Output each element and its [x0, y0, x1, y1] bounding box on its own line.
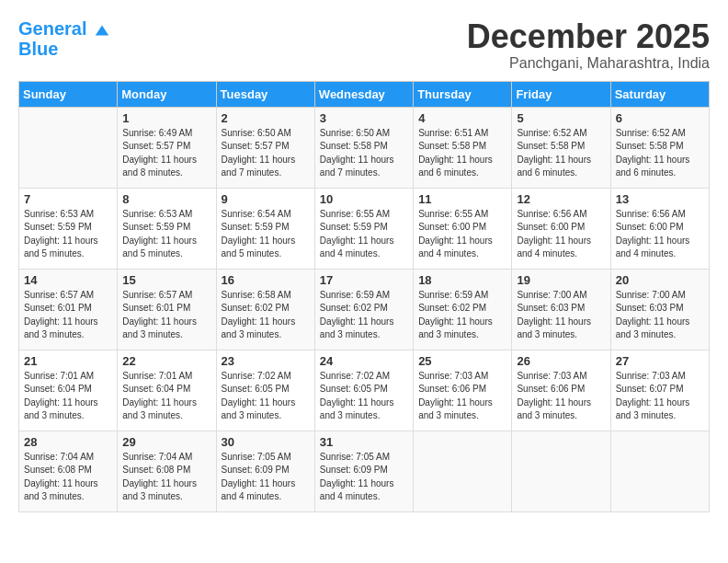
cell-info: Sunrise: 6:52 AMSunset: 5:58 PMDaylight:… — [616, 127, 704, 180]
day-number: 29 — [122, 435, 210, 449]
calendar-cell: 28Sunrise: 7:04 AMSunset: 6:08 PMDayligh… — [19, 431, 118, 511]
day-number: 11 — [418, 192, 506, 206]
header-row: SundayMondayTuesdayWednesdayThursdayFrid… — [19, 81, 710, 107]
calendar-cell: 27Sunrise: 7:03 AMSunset: 6:07 PMDayligh… — [610, 350, 709, 431]
logo-text: General — [18, 18, 110, 39]
day-number: 27 — [616, 354, 704, 368]
day-number: 25 — [418, 354, 506, 368]
calendar-cell — [512, 431, 610, 511]
day-number: 14 — [24, 273, 112, 287]
calendar-cell: 2Sunrise: 6:50 AMSunset: 5:57 PMDaylight… — [216, 107, 314, 188]
day-number: 28 — [24, 435, 112, 449]
calendar-cell: 8Sunrise: 6:53 AMSunset: 5:59 PMDaylight… — [118, 188, 216, 269]
cell-info: Sunrise: 7:02 AMSunset: 6:05 PMDaylight:… — [222, 370, 310, 423]
header-sunday: Sunday — [19, 81, 118, 107]
calendar-cell: 23Sunrise: 7:02 AMSunset: 6:05 PMDayligh… — [216, 350, 314, 431]
cell-info: Sunrise: 7:03 AMSunset: 6:06 PMDaylight:… — [418, 370, 506, 423]
day-number: 24 — [320, 354, 408, 368]
calendar-cell: 14Sunrise: 6:57 AMSunset: 6:01 PMDayligh… — [19, 269, 118, 350]
logo-text-blue: Blue — [18, 39, 110, 59]
cell-info: Sunrise: 6:51 AMSunset: 5:58 PMDaylight:… — [418, 127, 506, 180]
calendar-cell: 25Sunrise: 7:03 AMSunset: 6:06 PMDayligh… — [414, 350, 512, 431]
cell-info: Sunrise: 6:53 AMSunset: 5:59 PMDaylight:… — [122, 208, 210, 261]
header-friday: Friday — [512, 81, 610, 107]
day-number: 16 — [222, 273, 310, 287]
cell-info: Sunrise: 7:00 AMSunset: 6:03 PMDaylight:… — [616, 289, 704, 342]
week-row-4: 21Sunrise: 7:01 AMSunset: 6:04 PMDayligh… — [19, 350, 710, 431]
day-number: 12 — [517, 192, 605, 206]
cell-info: Sunrise: 6:59 AMSunset: 6:02 PMDaylight:… — [320, 289, 408, 342]
week-row-2: 7Sunrise: 6:53 AMSunset: 5:59 PMDaylight… — [19, 188, 710, 269]
header-wednesday: Wednesday — [314, 81, 413, 107]
day-number: 5 — [517, 111, 605, 125]
calendar-cell: 20Sunrise: 7:00 AMSunset: 6:03 PMDayligh… — [610, 269, 709, 350]
day-number: 9 — [222, 192, 310, 206]
cell-info: Sunrise: 7:02 AMSunset: 6:05 PMDaylight:… — [320, 370, 408, 423]
calendar-cell: 6Sunrise: 6:52 AMSunset: 5:58 PMDaylight… — [610, 107, 709, 188]
cell-info: Sunrise: 6:56 AMSunset: 6:00 PMDaylight:… — [616, 208, 704, 261]
cell-info: Sunrise: 6:53 AMSunset: 5:59 PMDaylight:… — [24, 208, 112, 261]
week-row-5: 28Sunrise: 7:04 AMSunset: 6:08 PMDayligh… — [19, 431, 710, 511]
cell-info: Sunrise: 6:56 AMSunset: 6:00 PMDaylight:… — [517, 208, 605, 261]
calendar-cell: 26Sunrise: 7:03 AMSunset: 6:06 PMDayligh… — [512, 350, 610, 431]
week-row-3: 14Sunrise: 6:57 AMSunset: 6:01 PMDayligh… — [19, 269, 710, 350]
header-saturday: Saturday — [610, 81, 709, 107]
cell-info: Sunrise: 6:58 AMSunset: 6:02 PMDaylight:… — [222, 289, 310, 342]
day-number: 8 — [122, 192, 210, 206]
calendar-cell: 13Sunrise: 6:56 AMSunset: 6:00 PMDayligh… — [610, 188, 709, 269]
cell-info: Sunrise: 6:52 AMSunset: 5:58 PMDaylight:… — [517, 127, 605, 180]
calendar-cell — [610, 431, 709, 511]
day-number: 18 — [418, 273, 506, 287]
logo: General Blue — [18, 18, 110, 59]
calendar-cell: 4Sunrise: 6:51 AMSunset: 5:58 PMDaylight… — [414, 107, 512, 188]
day-number: 31 — [320, 435, 408, 449]
calendar-cell: 16Sunrise: 6:58 AMSunset: 6:02 PMDayligh… — [216, 269, 314, 350]
calendar-cell: 29Sunrise: 7:04 AMSunset: 6:08 PMDayligh… — [118, 431, 216, 511]
day-number: 23 — [222, 354, 310, 368]
calendar-cell — [414, 431, 512, 511]
day-number: 10 — [320, 192, 408, 206]
cell-info: Sunrise: 7:04 AMSunset: 6:08 PMDaylight:… — [24, 451, 112, 504]
day-number: 26 — [517, 354, 605, 368]
cell-info: Sunrise: 7:03 AMSunset: 6:07 PMDaylight:… — [616, 370, 704, 423]
cell-info: Sunrise: 6:57 AMSunset: 6:01 PMDaylight:… — [122, 289, 210, 342]
week-row-1: 1Sunrise: 6:49 AMSunset: 5:57 PMDaylight… — [19, 107, 710, 188]
svg-marker-0 — [96, 25, 108, 35]
cell-info: Sunrise: 6:49 AMSunset: 5:57 PMDaylight:… — [122, 127, 210, 180]
calendar-cell: 21Sunrise: 7:01 AMSunset: 6:04 PMDayligh… — [19, 350, 118, 431]
calendar-cell: 24Sunrise: 7:02 AMSunset: 6:05 PMDayligh… — [314, 350, 413, 431]
day-number: 19 — [517, 273, 605, 287]
header-monday: Monday — [118, 81, 216, 107]
day-number: 21 — [24, 354, 112, 368]
header-thursday: Thursday — [414, 81, 512, 107]
month-title: December 2025 — [467, 18, 710, 55]
day-number: 1 — [122, 111, 210, 125]
cell-info: Sunrise: 6:50 AMSunset: 5:57 PMDaylight:… — [222, 127, 310, 180]
calendar-cell: 22Sunrise: 7:01 AMSunset: 6:04 PMDayligh… — [118, 350, 216, 431]
calendar-cell: 11Sunrise: 6:55 AMSunset: 6:00 PMDayligh… — [414, 188, 512, 269]
day-number: 22 — [122, 354, 210, 368]
day-number: 20 — [616, 273, 704, 287]
cell-info: Sunrise: 6:54 AMSunset: 5:59 PMDaylight:… — [222, 208, 310, 261]
cell-info: Sunrise: 6:50 AMSunset: 5:58 PMDaylight:… — [320, 127, 408, 180]
calendar-cell: 31Sunrise: 7:05 AMSunset: 6:09 PMDayligh… — [314, 431, 413, 511]
day-number: 2 — [222, 111, 310, 125]
calendar-cell — [19, 107, 118, 188]
cell-info: Sunrise: 6:55 AMSunset: 5:59 PMDaylight:… — [320, 208, 408, 261]
calendar-table: SundayMondayTuesdayWednesdayThursdayFrid… — [18, 81, 710, 512]
cell-info: Sunrise: 6:57 AMSunset: 6:01 PMDaylight:… — [24, 289, 112, 342]
calendar-cell: 7Sunrise: 6:53 AMSunset: 5:59 PMDaylight… — [19, 188, 118, 269]
calendar-cell: 17Sunrise: 6:59 AMSunset: 6:02 PMDayligh… — [314, 269, 413, 350]
day-number: 6 — [616, 111, 704, 125]
calendar-cell: 15Sunrise: 6:57 AMSunset: 6:01 PMDayligh… — [118, 269, 216, 350]
calendar-cell: 30Sunrise: 7:05 AMSunset: 6:09 PMDayligh… — [216, 431, 314, 511]
cell-info: Sunrise: 7:05 AMSunset: 6:09 PMDaylight:… — [222, 451, 310, 504]
cell-info: Sunrise: 7:01 AMSunset: 6:04 PMDaylight:… — [122, 370, 210, 423]
cell-info: Sunrise: 7:03 AMSunset: 6:06 PMDaylight:… — [517, 370, 605, 423]
calendar-cell: 10Sunrise: 6:55 AMSunset: 5:59 PMDayligh… — [314, 188, 413, 269]
day-number: 7 — [24, 192, 112, 206]
day-number: 4 — [418, 111, 506, 125]
calendar-cell: 19Sunrise: 7:00 AMSunset: 6:03 PMDayligh… — [512, 269, 610, 350]
cell-info: Sunrise: 7:01 AMSunset: 6:04 PMDaylight:… — [24, 370, 112, 423]
day-number: 17 — [320, 273, 408, 287]
